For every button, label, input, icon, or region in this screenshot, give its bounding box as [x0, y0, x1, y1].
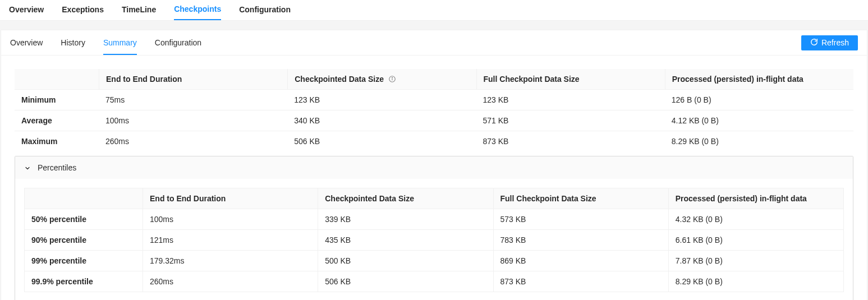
summary-table: End to End Duration Checkpointed Data Si… — [15, 69, 853, 151]
refresh-button[interactable]: Refresh — [801, 35, 858, 50]
cell-full: 869 KB — [493, 251, 668, 271]
cell-duration: 100ms — [143, 209, 318, 230]
table-row: Maximum 260ms 506 KB 873 KB 8.29 KB (0 B… — [15, 131, 853, 151]
percentiles-panel: Percentiles End to End Duration Checkp — [15, 156, 853, 300]
percentiles-title: Percentiles — [38, 163, 76, 172]
cell-inflight: 126 B (0 B) — [665, 90, 853, 110]
cell-inflight: 8.29 KB (0 B) — [665, 131, 853, 151]
top-tabs: Overview Exceptions TimeLine Checkpoints… — [0, 0, 868, 21]
subtab-summary[interactable]: Summary — [103, 30, 137, 55]
table-row: 99% percentile 179.32ms 500 KB 869 KB 7.… — [25, 251, 843, 271]
cell-ckpt: 123 KB — [287, 90, 476, 110]
cell-full: 571 KB — [476, 110, 665, 131]
subtab-overview[interactable]: Overview — [10, 30, 43, 55]
table-row: Minimum 75ms 123 KB 123 KB 126 B (0 B) — [15, 90, 853, 110]
refresh-icon — [810, 38, 818, 48]
sub-tab-row: Overview History Summary Configuration R… — [1, 30, 867, 56]
pct-header-ckpt: Checkpointed Data Size — [318, 188, 493, 209]
pct-header-full: Full Checkpoint Data Size — [493, 188, 668, 209]
cell-duration: 260ms — [99, 131, 287, 151]
cell-duration: 100ms — [99, 110, 287, 131]
svg-point-2 — [392, 77, 392, 78]
tab-checkpoints[interactable]: Checkpoints — [174, 0, 221, 20]
row-label: 90% percentile — [25, 230, 143, 251]
row-label: Maximum — [15, 131, 99, 151]
cell-full: 873 KB — [493, 271, 668, 292]
cell-duration: 179.32ms — [143, 251, 318, 271]
cell-inflight: 4.32 KB (0 B) — [668, 209, 843, 230]
info-icon[interactable] — [388, 75, 396, 83]
cell-ckpt: 500 KB — [318, 251, 493, 271]
cell-full: 873 KB — [476, 131, 665, 151]
table-row: 99.9% percentile 260ms 506 KB 873 KB 8.2… — [25, 271, 843, 292]
table-row: 90% percentile 121ms 435 KB 783 KB 6.61 … — [25, 230, 843, 251]
summary-header-ckpt-size: Checkpointed Data Size — [287, 69, 476, 90]
row-label: 50% percentile — [25, 209, 143, 230]
cell-inflight: 8.29 KB (0 B) — [668, 271, 843, 292]
summary-header-inflight: Processed (persisted) in-flight data — [665, 69, 853, 90]
row-label: 99.9% percentile — [25, 271, 143, 292]
summary-header-ckpt-size-label: Checkpointed Data Size — [295, 75, 384, 84]
summary-header-full-size: Full Checkpoint Data Size — [476, 69, 665, 90]
sub-tabs: Overview History Summary Configuration — [10, 30, 201, 55]
cell-full: 573 KB — [493, 209, 668, 230]
pct-header-blank — [25, 188, 143, 209]
table-row: Average 100ms 340 KB 571 KB 4.12 KB (0 B… — [15, 110, 853, 131]
cell-ckpt: 339 KB — [318, 209, 493, 230]
cell-full: 123 KB — [476, 90, 665, 110]
tab-timeline[interactable]: TimeLine — [122, 1, 156, 20]
cell-ckpt: 506 KB — [287, 131, 476, 151]
cell-inflight: 4.12 KB (0 B) — [665, 110, 853, 131]
summary-header-duration: End to End Duration — [99, 69, 287, 90]
row-label: Average — [15, 110, 99, 131]
percentiles-toggle[interactable]: Percentiles — [15, 156, 853, 179]
row-label: 99% percentile — [25, 251, 143, 271]
table-row: 50% percentile 100ms 339 KB 573 KB 4.32 … — [25, 209, 843, 230]
checkpoints-card: Overview History Summary Configuration R… — [1, 30, 867, 300]
cell-ckpt: 435 KB — [318, 230, 493, 251]
tab-configuration[interactable]: Configuration — [239, 1, 291, 20]
summary-header-blank — [15, 69, 99, 90]
cell-full: 783 KB — [493, 230, 668, 251]
cell-inflight: 6.61 KB (0 B) — [668, 230, 843, 251]
tab-overview[interactable]: Overview — [9, 1, 44, 20]
pct-header-inflight: Processed (persisted) in-flight data — [668, 188, 843, 209]
subtab-configuration[interactable]: Configuration — [155, 30, 201, 55]
pct-header-duration: End to End Duration — [143, 188, 318, 209]
cell-duration: 75ms — [99, 90, 287, 110]
tab-exceptions[interactable]: Exceptions — [62, 1, 104, 20]
subtab-history[interactable]: History — [61, 30, 85, 55]
cell-duration: 260ms — [143, 271, 318, 292]
row-label: Minimum — [15, 90, 99, 110]
cell-ckpt: 506 KB — [318, 271, 493, 292]
refresh-button-label: Refresh — [821, 38, 849, 47]
chevron-down-icon — [24, 164, 31, 171]
cell-duration: 121ms — [143, 230, 318, 251]
cell-inflight: 7.87 KB (0 B) — [668, 251, 843, 271]
cell-ckpt: 340 KB — [287, 110, 476, 131]
percentiles-table: End to End Duration Checkpointed Data Si… — [24, 188, 844, 292]
